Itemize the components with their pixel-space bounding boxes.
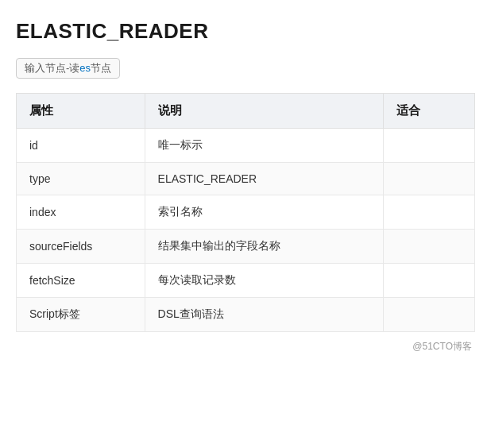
tag-suffix: 节点 (91, 62, 111, 74)
table-row: Script标签DSL查询语法 (17, 298, 475, 332)
cell-fit (383, 195, 474, 230)
cell-desc: ELASTIC_READER (145, 163, 383, 195)
footer-credit: @51CTO博客 (16, 340, 475, 353)
header-attr: 属性 (17, 94, 145, 129)
table-row: fetchSize每次读取记录数 (17, 264, 475, 298)
node-tag: 输入节点-读es节点 (16, 58, 120, 79)
tag-prefix: 输入节点-读 (25, 62, 79, 74)
cell-attr: id (17, 129, 145, 163)
cell-fit (383, 163, 474, 195)
cell-attr: sourceFields (17, 230, 145, 264)
cell-attr: type (17, 163, 145, 195)
cell-fit (383, 129, 474, 163)
cell-desc: 索引名称 (145, 195, 383, 230)
table-header-row: 属性 说明 适合 (17, 94, 475, 129)
cell-desc: DSL查询语法 (145, 298, 383, 332)
cell-attr: index (17, 195, 145, 230)
table-row: id唯一标示 (17, 129, 475, 163)
cell-desc: 结果集中输出的字段名称 (145, 230, 383, 264)
tag-highlight: es (79, 62, 91, 74)
cell-fit (383, 298, 474, 332)
cell-desc: 唯一标示 (145, 129, 383, 163)
table-row: index索引名称 (17, 195, 475, 230)
tag-container: 输入节点-读es节点 (16, 58, 475, 79)
header-fit: 适合 (383, 94, 474, 129)
cell-fit (383, 230, 474, 264)
cell-desc: 每次读取记录数 (145, 264, 383, 298)
cell-attr: fetchSize (17, 264, 145, 298)
header-desc: 说明 (145, 94, 383, 129)
table-row: typeELASTIC_READER (17, 163, 475, 195)
page-title: ELASTIC_READER (16, 19, 475, 44)
properties-table: 属性 说明 适合 id唯一标示typeELASTIC_READERindex索引… (16, 93, 475, 332)
cell-fit (383, 264, 474, 298)
cell-attr: Script标签 (17, 298, 145, 332)
table-row: sourceFields结果集中输出的字段名称 (17, 230, 475, 264)
